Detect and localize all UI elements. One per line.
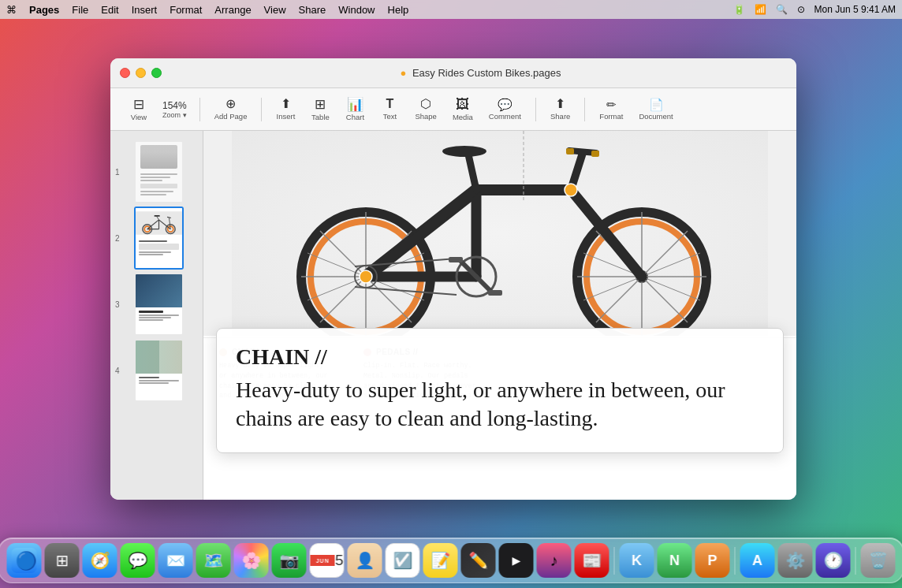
dock-music[interactable]: ♪ — [537, 543, 572, 578]
toolbar-shape[interactable]: ⬡ Shape — [408, 95, 442, 124]
menu-arrange[interactable]: Arrange — [214, 4, 251, 16]
dock-screen-time[interactable]: 🕐 — [816, 543, 851, 578]
dock-keynote[interactable]: K — [620, 543, 654, 578]
dock-numbers[interactable]: N — [658, 543, 692, 578]
close-button[interactable] — [120, 68, 130, 78]
comment-icon: 💬 — [498, 99, 512, 110]
dock-notes[interactable]: 📝 — [423, 543, 458, 578]
document-icon: 📄 — [649, 99, 664, 110]
svg-rect-52 — [449, 257, 463, 262]
share-label: Share — [550, 112, 570, 121]
toolbar-add-page[interactable]: ⊕ Add Page — [208, 95, 254, 124]
menu-view[interactable]: View — [264, 4, 286, 16]
toolbar-separator-1 — [199, 98, 200, 121]
toolbar-text[interactable]: T Text — [374, 95, 405, 124]
toolbar-insert[interactable]: ⬆ Insert — [270, 95, 301, 124]
app-name[interactable]: Pages — [29, 4, 59, 16]
svg-rect-41 — [566, 148, 574, 154]
toolbar-zoom[interactable]: 154% Zoom ▾ — [158, 97, 192, 122]
dock-maps[interactable]: 🗺️ — [196, 543, 231, 578]
comment-label: Comment — [489, 112, 521, 121]
dock-system-prefs[interactable]: ⚙️ — [778, 543, 813, 578]
dock-apple-tv[interactable]: ▶ — [499, 543, 534, 578]
dock-pages[interactable]: P — [695, 543, 730, 578]
menu-share[interactable]: Share — [299, 4, 326, 16]
svg-point-53 — [565, 184, 577, 196]
window-body: 1 — [110, 131, 796, 500]
dock-messages[interactable]: 💬 — [121, 543, 155, 578]
text-icon: T — [386, 98, 394, 110]
page-num-2: 2 — [115, 234, 120, 243]
tooltip-body: Heavy-duty to super light, or anywhere i… — [236, 376, 764, 434]
menu-edit[interactable]: Edit — [101, 4, 118, 16]
bike-image-area — [203, 131, 796, 336]
svg-rect-42 — [591, 151, 599, 157]
dock-app-store[interactable]: A — [740, 543, 775, 578]
datetime-display[interactable]: Mon Jun 5 9:41 AM — [814, 4, 896, 15]
toolbar-document[interactable]: 📄 Document — [632, 95, 679, 124]
table-icon: ⊞ — [315, 98, 326, 111]
chart-icon: 📊 — [347, 98, 363, 111]
menu-file[interactable]: File — [72, 4, 88, 16]
toolbar-media[interactable]: 🖼 Media — [446, 95, 479, 125]
page-num-3: 3 — [115, 300, 120, 309]
dock-launchpad[interactable]: ⊞ — [45, 543, 80, 578]
shape-icon: ⬡ — [420, 98, 431, 110]
search-icon[interactable]: 🔍 — [776, 4, 788, 15]
document-label: Document — [639, 112, 673, 121]
dock-reminders[interactable]: ☑️ — [386, 543, 420, 578]
page-thumbnails-sidebar: 1 — [110, 131, 203, 500]
toolbar-view[interactable]: ⊟ View — [123, 95, 155, 125]
apple-menu[interactable]: ⌘ — [6, 4, 17, 16]
traffic-lights — [120, 68, 162, 78]
menu-bar-right: 🔋 📶 🔍 ⊙ Mon Jun 5 9:41 AM — [733, 4, 896, 15]
table-label: Table — [311, 113, 330, 121]
menu-bar: ⌘ Pages File Edit Insert Format Arrange … — [0, 0, 902, 19]
dock-photos[interactable]: 🌸 — [234, 543, 269, 578]
menu-insert[interactable]: Insert — [132, 4, 158, 16]
media-label: Media — [453, 113, 473, 121]
dock-calendar[interactable]: JUN 5 — [310, 543, 345, 578]
toolbar-separator-4 — [584, 98, 585, 121]
add-page-label: Add Page — [214, 112, 248, 121]
dock-separator-2 — [735, 547, 736, 575]
insert-icon: ⬆ — [281, 98, 291, 110]
page-num-4: 4 — [115, 367, 120, 375]
dock-news[interactable]: 📰 — [575, 543, 609, 578]
dock: 🔵 ⊞ 🧭 💬 ✉️ 🗺️ 🌸 📷 JUN 5 👤 ☑️ — [0, 538, 902, 583]
dock-safari[interactable]: 🧭 — [83, 543, 117, 578]
media-icon: 🖼 — [456, 98, 469, 111]
toolbar-separator-2 — [261, 98, 262, 121]
add-page-icon: ⊕ — [226, 98, 236, 110]
dock-finder[interactable]: 🔵 — [7, 543, 42, 578]
dock-freeform[interactable]: ✏️ — [461, 543, 496, 578]
dock-separator — [614, 547, 615, 575]
chart-label: Chart — [346, 113, 364, 121]
wifi-icon: 📶 — [755, 4, 766, 15]
dock-facetime[interactable]: 📷 — [272, 543, 307, 578]
toolbar-format[interactable]: ✏ Format — [593, 95, 629, 124]
document-area[interactable]: CHAIN // Heavy-duty to super light, or a… — [203, 131, 796, 500]
share-icon: ⬆ — [555, 98, 565, 110]
text-label: Text — [383, 112, 397, 121]
toolbar-table[interactable]: ⊞ Table — [304, 95, 336, 125]
page-thumb-1[interactable] — [134, 140, 184, 203]
menu-format[interactable]: Format — [170, 4, 202, 16]
toolbar-comment[interactable]: 💬 Comment — [483, 95, 527, 124]
dock-contacts[interactable]: 👤 — [348, 543, 382, 578]
dock-mail[interactable]: ✉️ — [158, 543, 193, 578]
menu-window[interactable]: Window — [338, 4, 375, 16]
pages-window: ● Easy Rides Custom Bikes.pages ⊟ View 1… — [110, 58, 796, 500]
menu-help[interactable]: Help — [388, 4, 409, 16]
maximize-button[interactable] — [151, 68, 162, 78]
toolbar-separator-3 — [535, 98, 536, 121]
toolbar-chart[interactable]: 📊 Chart — [339, 95, 371, 125]
control-center-icon[interactable]: ⊙ — [797, 4, 805, 15]
page-thumb-4[interactable] — [134, 339, 184, 402]
minimize-button[interactable] — [136, 68, 146, 78]
battery-icon: 🔋 — [733, 4, 745, 15]
dock-trash[interactable]: 🗑️ — [861, 543, 896, 578]
page-thumb-2[interactable] — [134, 207, 184, 270]
toolbar-share[interactable]: ⬆ Share — [544, 95, 576, 124]
page-thumb-3[interactable] — [134, 273, 184, 336]
